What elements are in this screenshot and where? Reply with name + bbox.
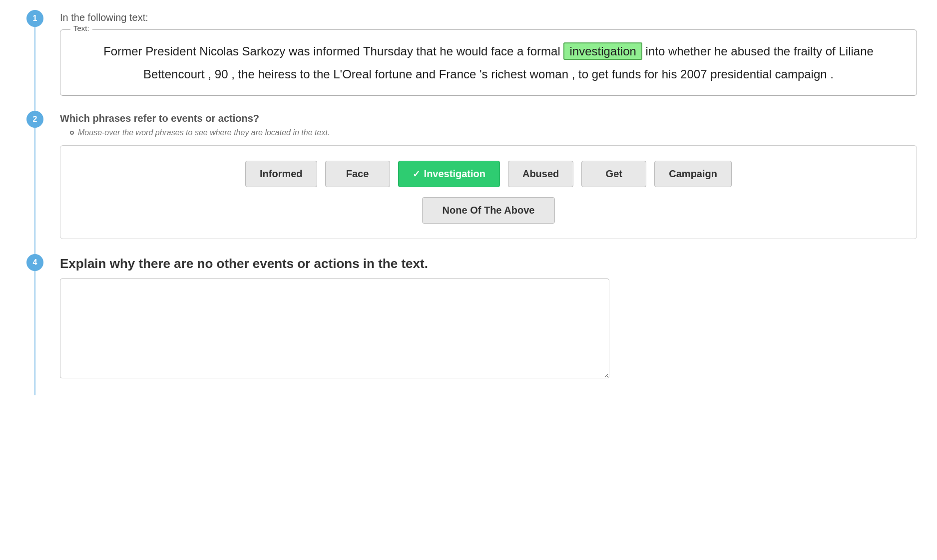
hint-container: Mouse-over the word phrases to see where… bbox=[70, 128, 917, 137]
none-row: None Of The Above bbox=[422, 197, 555, 224]
choice-face[interactable]: Face bbox=[325, 161, 390, 187]
step1-timeline: 1 bbox=[20, 10, 50, 111]
step2-timeline: 2 bbox=[20, 111, 50, 254]
step2-badge: 2 bbox=[26, 111, 43, 128]
checkmark-icon: ✓ bbox=[413, 169, 420, 180]
text-box: Text: Former President Nicolas Sarkozy w… bbox=[60, 29, 917, 96]
text-before-highlight: Former President Nicolas Sarkozy was inf… bbox=[103, 44, 560, 58]
highlighted-word: investigation bbox=[563, 42, 642, 60]
step1-content: In the following text: Text: Former Pres… bbox=[50, 10, 917, 111]
step4-timeline: 4 bbox=[20, 254, 50, 395]
step2-content: Which phrases refer to events or actions… bbox=[50, 111, 917, 254]
step4-badge: 4 bbox=[26, 254, 43, 271]
none-of-above-button[interactable]: None Of The Above bbox=[422, 197, 555, 224]
hint-bullet-icon bbox=[70, 131, 74, 135]
choice-get[interactable]: Get bbox=[581, 161, 646, 187]
step2-line bbox=[34, 128, 35, 254]
step4-content: Explain why there are no other events or… bbox=[50, 254, 917, 395]
choice-abused[interactable]: Abused bbox=[508, 161, 573, 187]
hint-label: Mouse-over the word phrases to see where… bbox=[78, 128, 330, 137]
choice-campaign[interactable]: Campaign bbox=[654, 161, 732, 187]
choice-informed[interactable]: Informed bbox=[245, 161, 317, 187]
step1-label: In the following text: bbox=[60, 12, 917, 23]
text-box-label: Text: bbox=[70, 24, 92, 32]
step4-line bbox=[34, 271, 35, 395]
step1-line bbox=[34, 27, 35, 111]
explanation-textarea[interactable] bbox=[60, 279, 609, 378]
choice-investigation[interactable]: ✓ Investigation bbox=[398, 161, 500, 187]
step4-question-label: Explain why there are no other events or… bbox=[60, 256, 917, 272]
choices-box: Informed Face ✓ Investigation Abused Get… bbox=[60, 145, 917, 239]
choice-investigation-label: Investigation bbox=[424, 168, 485, 180]
text-content: Former President Nicolas Sarkozy was inf… bbox=[75, 40, 902, 85]
choices-row: Informed Face ✓ Investigation Abused Get… bbox=[245, 161, 732, 187]
step2-question: Which phrases refer to events or actions… bbox=[60, 113, 917, 124]
step1-badge: 1 bbox=[26, 10, 43, 27]
